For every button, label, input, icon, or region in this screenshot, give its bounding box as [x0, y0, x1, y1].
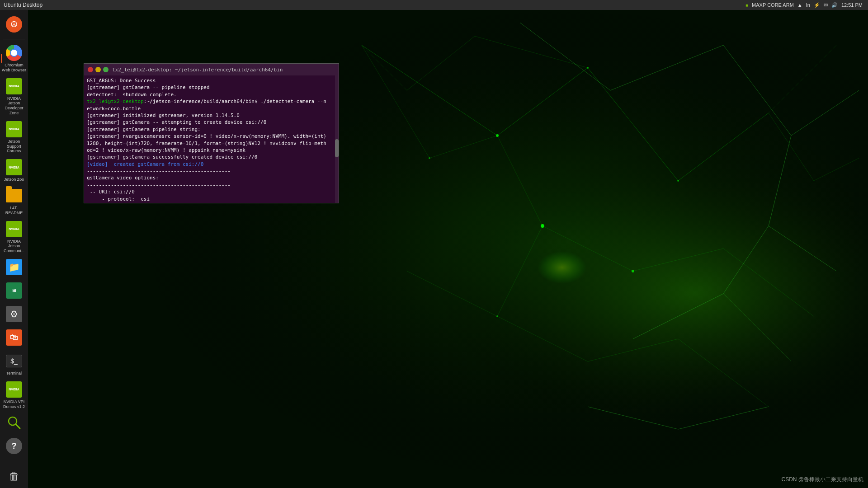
volume-icon: 🔊 [831, 2, 838, 8]
terminal-minimize-button[interactable] [95, 67, 101, 72]
term-line-15: gstCamera video options: [87, 174, 336, 181]
jetson-comm-icon: NVIDIA [6, 221, 22, 237]
sidebar-item-vpi-demos[interactable]: NVIDIA NVIDIA VPI Demos v1.2 [1, 379, 27, 411]
software-icon: 🛍 [6, 329, 22, 346]
trash-icon: 🗑 [6, 468, 22, 484]
spreadsheet-icon-wrapper: ⊞ [5, 282, 23, 300]
svg-point-32 [632, 270, 634, 272]
sidebar-item-software[interactable]: 🛍 [1, 327, 27, 349]
vpi-demos-icon: NVIDIA [6, 381, 22, 398]
sidebar-item-help[interactable]: ? [1, 435, 27, 458]
jetson-support-label: Jetson Support Forums [2, 139, 26, 154]
chromium-icon [6, 45, 22, 61]
terminal-label: Terminal [6, 371, 22, 376]
term-line-17: -- URI: csi://0 [87, 188, 336, 195]
sidebar-item-chromium[interactable]: Chromium Web Browser [1, 42, 27, 75]
sidebar-item-spreadsheet[interactable]: ⊞ [1, 280, 27, 302]
jetson-comm-label: NVIDIA Jetson Communi... [2, 239, 26, 253]
jetson-dev-label: NVIDIA Jetson Developer Zone [2, 96, 26, 116]
chromium-label: Chromium Web Browser [2, 63, 26, 73]
term-line-14: ----------------------------------------… [87, 168, 336, 174]
chromium-icon-wrapper [5, 44, 23, 62]
wifi-icon: ▲ [797, 2, 802, 8]
jetson-dev-icon: NVIDIA [6, 78, 22, 94]
sidebar-item-settings[interactable]: ⚙ [1, 303, 27, 326]
sidebar-item-jetson-comm[interactable]: NVIDIA NVIDIA Jetson Communi... [1, 218, 27, 255]
terminal-icon: $_ [6, 355, 22, 367]
jetson-zoo-icon: NVIDIA [6, 159, 22, 175]
jetson-support-icon-wrapper: NVIDIA [5, 120, 23, 138]
software-icon-wrapper: 🛍 [5, 328, 23, 347]
sidebar-item-trash[interactable]: 🗑 [1, 465, 27, 488]
l4t-readme-icon [6, 189, 22, 202]
vpi-demos-icon-wrapper: NVIDIA [5, 380, 23, 399]
jetson-zoo-label: Jetson Zoo [4, 177, 24, 182]
svg-point-33 [496, 315, 498, 317]
sidebar-item-jetson-dev[interactable]: NVIDIA NVIDIA Jetson Developer Zone [1, 75, 27, 117]
terminal-window-controls [88, 67, 108, 72]
term-line-16: ----------------------------------------… [87, 182, 336, 188]
svg-point-29 [587, 67, 589, 69]
svg-point-28 [496, 134, 499, 137]
taskbar-separator-1 [3, 39, 25, 39]
term-line-6: [gstreamer] initialized gstreamer, versi… [87, 112, 336, 119]
keyboard-indicator: In [806, 2, 810, 8]
sidebar-item-l4t-readme[interactable]: L4T-README [1, 185, 27, 217]
terminal-content[interactable]: GST_ARGUS: Done Success [gstreamer] gstC… [84, 75, 339, 203]
help-icon-wrapper: ? [5, 437, 23, 455]
sidebar-item-jetson-zoo[interactable]: NVIDIA Jetson Zoo [1, 156, 27, 184]
vpi-demos-label: NVIDIA VPI Demos v1.2 [2, 399, 26, 409]
terminal-title: tx2_lei@tx2-desktop: ~/jetson-inference/… [112, 67, 283, 73]
active-indicator [1, 54, 2, 63]
clock: 12:51 PM [841, 2, 863, 8]
magnifier-icon [6, 414, 22, 431]
svg-point-35 [461, 208, 624, 316]
desktop-title: Ubuntu Desktop [4, 2, 42, 8]
sidebar-item-terminal[interactable]: $_ Terminal [1, 350, 27, 378]
terminal-scrollbar[interactable] [335, 75, 339, 203]
term-line-8: [gstreamer] gstCamera pipeline string: [87, 126, 336, 133]
term-line-12: [gstreamer] gstCamera successfully creat… [87, 154, 336, 160]
nvidia-maxp: MAXP CORE ARM [752, 2, 794, 8]
nvidia-status: ■ [745, 3, 748, 8]
spreadsheet-icon: ⊞ [6, 282, 22, 299]
files-icon-wrapper: 📁 [5, 258, 23, 276]
svg-line-48 [16, 424, 20, 428]
term-line-13: [video] created gstCamera from csi://0 [87, 161, 336, 168]
sidebar-item-files[interactable]: 📁 [1, 256, 27, 279]
terminal-close-button[interactable] [88, 67, 93, 72]
term-line-9: [gstreamer] nvarguscamerasrc sensor-id=0… [87, 133, 336, 140]
jetson-support-icon: NVIDIA [6, 121, 22, 137]
sidebar-item-magnifier[interactable] [1, 412, 27, 434]
jetson-dev-icon-wrapper: NVIDIA [5, 77, 23, 95]
l4t-readme-icon-wrapper [5, 187, 23, 205]
topbar-left: Ubuntu Desktop [0, 2, 42, 8]
files-icon: 📁 [6, 259, 22, 275]
terminal-titlebar: tx2_lei@tx2-desktop: ~/jetson-inference/… [84, 64, 339, 75]
terminal-maximize-button[interactable] [103, 67, 108, 72]
term-line-4: tx2_lei@tx2-desktop:~/jetson-inference/b… [87, 98, 336, 105]
term-line-7: [gstreamer] gstCamera -- attempting to c… [87, 119, 336, 126]
svg-point-34 [429, 157, 430, 159]
term-line-2: [gstreamer] gstCamera -- pipeline stoppe… [87, 84, 336, 91]
topbar: Ubuntu Desktop ■ MAXP CORE ARM ▲ In ⚡ ✉ … [0, 0, 868, 10]
term-line-18: - protocol: csi [87, 196, 336, 202]
term-line-3: detectnet: shutdown complete. [87, 91, 336, 98]
sidebar-item-ubuntu[interactable]: ☮ [1, 14, 27, 36]
settings-icon: ⚙ [6, 306, 22, 322]
sidebar-item-jetson-support[interactable]: NVIDIA Jetson Support Forums [1, 118, 27, 155]
l4t-readme-label: L4T-README [2, 206, 26, 216]
ubuntu-icon-wrapper: ☮ [5, 15, 23, 33]
term-line-1: GST_ARGUS: Done Success [87, 77, 336, 84]
terminal-scrollbar-thumb[interactable] [335, 139, 339, 157]
bluetooth-icon: ⚡ [814, 2, 820, 8]
topbar-right: ■ MAXP CORE ARM ▲ In ⚡ ✉ 🔊 12:51 PM [745, 2, 868, 8]
jetson-zoo-icon-wrapper: NVIDIA [5, 158, 23, 176]
terminal-window[interactable]: tx2_lei@tx2-desktop: ~/jetson-inference/… [84, 63, 339, 203]
watermark: CSDN @鲁棒最小二乘支持向量机 [781, 476, 863, 483]
magnifier-icon-wrapper [5, 413, 23, 432]
settings-icon-wrapper: ⚙ [5, 305, 23, 323]
term-line-5: etwork=coco-bottle [87, 105, 336, 112]
help-icon: ? [6, 438, 22, 454]
term-line-10: 1280, height=(int)720, framerate=30/1, f… [87, 140, 336, 147]
